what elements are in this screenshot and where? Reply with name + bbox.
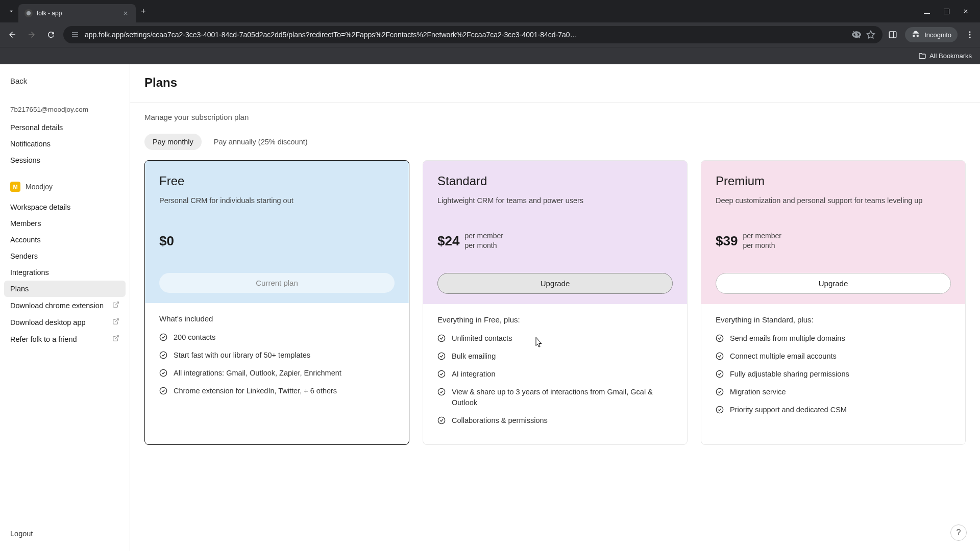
pay-monthly-toggle[interactable]: Pay monthly (144, 134, 202, 150)
plan-body: What's included200 contactsStart fast wi… (145, 303, 409, 415)
window-minimize[interactable] (922, 6, 932, 16)
sidebar-item-label: Plans (10, 285, 29, 293)
all-bookmarks-button[interactable]: All Bookmarks (918, 52, 972, 60)
svg-point-24 (716, 406, 723, 413)
feature-text: Priority support and dedicated CSM (730, 405, 847, 415)
svg-rect-3 (889, 32, 896, 38)
feature-item: Chrome extension for LinkedIn, Twitter, … (159, 386, 395, 396)
plan-header: FreePersonal CRM for individuals startin… (145, 161, 409, 303)
sidebar-item-download-chrome-extension[interactable]: Download chrome extension (4, 297, 126, 314)
sidebar-item-notifications[interactable]: Notifications (4, 136, 126, 152)
upgrade-button[interactable]: Upgrade (437, 273, 673, 294)
plan-description: Deep customization and personal support … (716, 195, 951, 218)
check-circle-icon (437, 416, 446, 424)
svg-line-8 (115, 302, 118, 305)
feature-item: Send emails from multiple domains (716, 333, 951, 344)
plan-card-standard: StandardLightweight CRM for teams and po… (423, 160, 688, 445)
feature-item: Collaborations & permissions (437, 415, 673, 426)
check-circle-icon (716, 388, 724, 396)
svg-line-10 (115, 336, 118, 339)
check-circle-icon (159, 369, 167, 377)
feature-text: Bulk emailing (452, 351, 496, 362)
sidebar-item-integrations[interactable]: Integrations (4, 264, 126, 281)
check-circle-icon (159, 333, 167, 341)
svg-point-21 (716, 353, 723, 359)
sidebar-email: 7b217651@moodjoy.com (4, 104, 126, 115)
sidebar-item-workspace-details[interactable]: Workspace details (4, 199, 126, 215)
feature-text: Send emails from multiple domains (730, 333, 845, 344)
svg-point-22 (716, 370, 723, 377)
feature-text: 200 contacts (174, 332, 215, 343)
sidebar-item-refer-folk-to-a-friend[interactable]: Refer folk to a friend (4, 331, 126, 347)
sidebar-item-personal-details[interactable]: Personal details (4, 119, 126, 136)
incognito-indicator[interactable]: Incognito (905, 27, 958, 42)
workspace-name: Moodjoy (26, 183, 53, 191)
logout-link[interactable]: Logout (4, 525, 126, 542)
workspace-selector[interactable]: M Moodjoy (4, 178, 126, 196)
plan-header: PremiumDeep customization and personal s… (701, 161, 965, 304)
check-circle-icon (437, 388, 446, 396)
current-plan-button: Current plan (159, 273, 395, 293)
sidebar-item-plans[interactable]: Plans (4, 281, 126, 297)
billing-toggle: Pay monthly Pay annually (25% discount) (144, 134, 966, 150)
bookmarks-bar: All Bookmarks (0, 47, 980, 64)
plan-name: Standard (437, 174, 673, 188)
feature-text: Start fast with our library of 50+ templ… (174, 350, 310, 361)
side-panel-icon[interactable] (888, 30, 898, 40)
nav-forward[interactable] (24, 28, 39, 42)
check-circle-icon (159, 351, 167, 359)
nav-back[interactable] (5, 28, 19, 42)
folder-icon (918, 52, 926, 60)
sidebar-item-senders[interactable]: Senders (4, 248, 126, 264)
tab-close-icon[interactable] (121, 9, 130, 17)
browser-tab[interactable]: folk - app (18, 4, 136, 22)
back-link[interactable]: Back (4, 73, 126, 88)
external-link-icon (112, 335, 119, 343)
incognito-label: Incognito (924, 31, 951, 39)
svg-point-5 (969, 31, 971, 33)
tabs-dropdown[interactable] (4, 4, 18, 18)
plan-description: Personal CRM for individuals starting ou… (159, 195, 395, 218)
bookmark-star-icon[interactable] (866, 30, 875, 39)
sidebar-item-sessions[interactable]: Sessions (4, 152, 126, 168)
url-bar[interactable]: app.folk.app/settings/ccaa7ca2-3ce3-4001… (63, 26, 883, 43)
window-close[interactable] (961, 6, 971, 16)
check-circle-icon (716, 406, 724, 414)
feature-text: Chrome extension for LinkedIn, Twitter, … (174, 386, 337, 396)
page-subtitle: Manage your subscription plan (144, 113, 966, 121)
svg-point-23 (716, 388, 723, 395)
svg-point-0 (27, 11, 31, 15)
external-link-icon (112, 301, 119, 310)
feature-text: AI integration (452, 369, 495, 380)
nav-reload[interactable] (44, 28, 58, 42)
svg-point-15 (438, 335, 445, 341)
sidebar-item-download-desktop-app[interactable]: Download desktop app (4, 314, 126, 331)
divider (130, 102, 980, 103)
plan-header: StandardLightweight CRM for teams and po… (423, 161, 687, 304)
plan-features-heading: Everything in Standard, plus: (716, 315, 951, 324)
feature-text: Connect multiple email accounts (730, 351, 837, 362)
workspace-badge: M (10, 182, 20, 192)
upgrade-button[interactable]: Upgrade (716, 273, 951, 294)
plan-features-heading: What's included (159, 314, 395, 323)
feature-item: AI integration (437, 369, 673, 380)
window-maximize[interactable] (941, 6, 951, 16)
feature-text: All integrations: Gmail, Outlook, Zapier… (174, 368, 341, 379)
svg-point-6 (969, 34, 971, 36)
plan-price-unit: per memberper month (464, 231, 503, 251)
feature-text: View & share up to 3 years of interactio… (452, 387, 673, 408)
all-bookmarks-label: All Bookmarks (929, 52, 972, 60)
browser-menu-icon[interactable] (965, 30, 975, 40)
site-settings-icon[interactable] (70, 30, 80, 39)
help-button[interactable]: ? (950, 524, 967, 541)
plan-description: Lightweight CRM for teams and power user… (437, 195, 673, 218)
eye-off-icon[interactable] (852, 30, 861, 39)
sidebar-item-accounts[interactable]: Accounts (4, 232, 126, 248)
sidebar-item-label: Integrations (10, 268, 49, 277)
svg-point-13 (160, 369, 166, 376)
sidebar-item-members[interactable]: Members (4, 215, 126, 232)
pay-annually-toggle[interactable]: Pay annually (25% discount) (206, 134, 316, 150)
plan-price: $0 (159, 233, 174, 249)
new-tab-button[interactable]: + (141, 7, 145, 16)
tab-favicon (24, 9, 33, 17)
